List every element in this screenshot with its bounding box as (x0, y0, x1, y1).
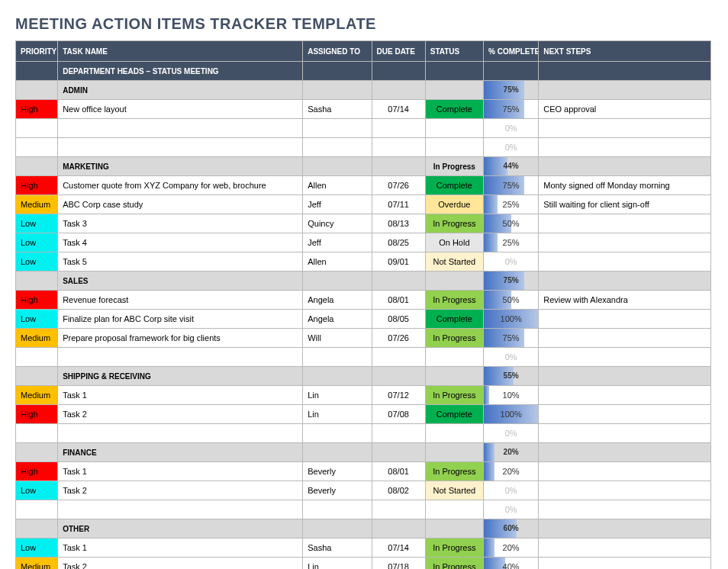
next-cell: Review with Alexandra (539, 291, 711, 310)
priority-cell: High (16, 291, 58, 310)
priority-cell: Low (16, 214, 58, 233)
pct-cell: 60% (483, 519, 538, 538)
table-row: LowFinalize plan for ABC Corp site visit… (16, 310, 711, 329)
priority-cell: Medium (16, 558, 58, 570)
status-cell: Overdue (425, 195, 483, 214)
task-cell: Task 1 (58, 538, 303, 558)
table-row: HighTask 2Lin07/08Complete100% (16, 405, 711, 424)
task-cell: Task 1 (58, 462, 303, 481)
group-name: OTHER (58, 519, 303, 538)
section-row: DEPARTMENT HEADS – STATUS MEETING (16, 62, 711, 81)
header-row: PRIORITY TASK NAME ASSIGNED TO DUE DATE … (16, 41, 711, 62)
due-cell (372, 424, 425, 443)
pct-cell: 40% (483, 558, 538, 570)
table-row: LowTask 5Allen09/01Not Started0% (16, 252, 711, 272)
due-cell: 08/25 (372, 233, 425, 252)
pct-cell: 25% (483, 195, 538, 214)
task-cell: Task 2 (58, 481, 303, 500)
due-cell: 08/02 (372, 481, 425, 500)
next-cell (539, 500, 711, 519)
priority-cell (16, 500, 58, 519)
status-cell: In Progress (425, 214, 483, 233)
pct-cell: 0% (483, 500, 538, 519)
tracker-table: PRIORITY TASK NAME ASSIGNED TO DUE DATE … (15, 40, 711, 569)
next-cell (539, 252, 711, 272)
status-cell: In Progress (425, 558, 483, 570)
due-cell: 07/08 (372, 405, 425, 424)
pct-cell: 0% (483, 138, 538, 157)
header-status: STATUS (425, 41, 483, 62)
assigned-cell (303, 348, 372, 367)
assigned-cell: Will (303, 329, 372, 348)
status-cell: Not Started (425, 481, 483, 500)
table-row: 0% (16, 348, 711, 367)
page-title: MEETING ACTION ITEMS TRACKER TEMPLATE (15, 15, 713, 33)
next-cell: Still waiting for client sign-off (539, 195, 711, 214)
next-cell (539, 119, 711, 138)
pct-cell: 20% (483, 538, 538, 558)
status-cell (425, 500, 483, 519)
table-row: 0% (16, 424, 711, 443)
table-row: 0% (16, 138, 711, 157)
priority-cell: Low (16, 233, 58, 252)
next-cell (539, 481, 711, 500)
task-cell: Finalize plan for ABC Corp site visit (58, 310, 303, 329)
next-cell (539, 348, 711, 367)
status-cell: In Progress (425, 291, 483, 310)
pct-cell: 50% (483, 214, 538, 233)
status-cell: In Progress (425, 386, 483, 405)
next-cell: CEO approval (539, 100, 711, 119)
task-cell (58, 119, 303, 138)
pct-cell: 55% (483, 367, 538, 386)
group-row: SHIPPING & RECEIVING55% (16, 367, 711, 386)
task-cell: Task 1 (58, 386, 303, 405)
task-cell (58, 424, 303, 443)
table-row: HighNew office layoutSasha07/14Complete7… (16, 100, 711, 119)
table-row: LowTask 4Jeff08/25On Hold25% (16, 233, 711, 252)
pct-cell: 0% (483, 481, 538, 500)
next-cell (539, 310, 711, 329)
due-cell: 07/18 (372, 558, 425, 570)
priority-cell: Medium (16, 195, 58, 214)
table-row: LowTask 2Beverly08/02Not Started0% (16, 481, 711, 500)
due-cell (372, 119, 425, 138)
assigned-cell: Angela (303, 291, 372, 310)
pct-cell: 44% (483, 157, 538, 176)
status-cell (425, 138, 483, 157)
due-cell: 08/13 (372, 214, 425, 233)
pct-cell: 100% (483, 405, 538, 424)
task-cell: ABC Corp case study (58, 195, 303, 214)
pct-cell: 75% (483, 176, 538, 195)
table-row: LowTask 1Sasha07/14In Progress20% (16, 538, 711, 558)
priority-cell: Low (16, 481, 58, 500)
priority-cell (16, 424, 58, 443)
assigned-cell: Jeff (303, 233, 372, 252)
group-name: MARKETING (58, 157, 303, 176)
header-task: TASK NAME (58, 41, 303, 62)
assigned-cell: Sasha (303, 100, 372, 119)
due-cell: 07/11 (372, 195, 425, 214)
group-name: ADMIN (58, 81, 303, 100)
next-cell (539, 329, 711, 348)
status-cell (425, 424, 483, 443)
assigned-cell: Angela (303, 310, 372, 329)
table-row: LowTask 3Quincy08/13In Progress50% (16, 214, 711, 233)
assigned-cell: Beverly (303, 481, 372, 500)
assigned-cell (303, 138, 372, 157)
priority-cell (16, 119, 58, 138)
task-cell (58, 138, 303, 157)
pct-cell: 50% (483, 291, 538, 310)
priority-cell: High (16, 176, 58, 195)
pct-cell: 100% (483, 310, 538, 329)
assigned-cell (303, 500, 372, 519)
status-cell: Complete (425, 310, 483, 329)
table-row: MediumPrepare proposal framework for big… (16, 329, 711, 348)
status-cell: Complete (425, 405, 483, 424)
status-cell (425, 119, 483, 138)
next-cell (539, 138, 711, 157)
group-row: ADMIN75% (16, 81, 711, 100)
table-row: HighRevenue forecastAngela08/01In Progre… (16, 291, 711, 310)
group-name: SHIPPING & RECEIVING (58, 367, 303, 386)
next-cell (539, 558, 711, 570)
task-cell: Task 5 (58, 252, 303, 272)
